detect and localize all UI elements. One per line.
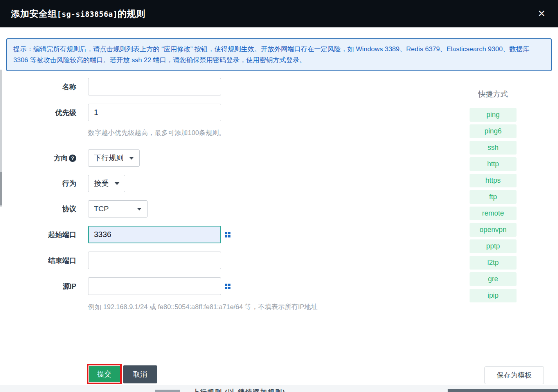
background-fragment-bar (155, 390, 180, 392)
port-picker-icon[interactable] (225, 232, 230, 237)
security-group-id: [sg-si83856a] (57, 10, 118, 18)
submit-button[interactable]: 提交 (89, 366, 120, 382)
dialog-title: 添加安全组[sg-si83856a]的规则 (11, 8, 145, 20)
shortcut-ipip[interactable]: ipip (470, 289, 517, 302)
chevron-down-icon (115, 182, 119, 185)
source-ip-input[interactable] (88, 277, 221, 295)
rule-form: 名称 优先级 数字越小优先级越高，最多可添加100条规则。 方向? 下行规则 行… (0, 78, 454, 311)
action-select[interactable]: 接受 (88, 175, 125, 192)
protocol-select[interactable]: TCP (88, 200, 148, 218)
shortcut-openvpn[interactable]: openvpn (470, 223, 517, 237)
port-end-row: 结束端口 (0, 252, 454, 269)
protocol-value: TCP (94, 205, 109, 213)
chevron-down-icon (137, 208, 142, 210)
source-ip-label: 源IP (0, 282, 76, 291)
dialog-header: 添加安全组[sg-si83856a]的规则 ✕ (0, 0, 558, 27)
direction-select[interactable]: 下行规则 (88, 149, 140, 167)
source-ip-row: 源IP (0, 277, 454, 295)
port-end-input[interactable] (88, 252, 221, 269)
direction-row: 方向? 下行规则 (0, 149, 454, 167)
close-icon[interactable]: ✕ (535, 7, 549, 20)
submit-highlight-box: 提交 (87, 364, 122, 384)
action-row: 行为 接受 (0, 175, 454, 192)
name-row: 名称 (0, 78, 454, 95)
name-label: 名称 (0, 82, 76, 92)
save-as-template-button[interactable]: 保存为模板 (484, 366, 544, 384)
source-ip-hint: 例如 192.168.9.1/24 或 fe80::5054:a8ff:fe81… (88, 303, 454, 311)
shortcuts-panel: 快捷方式 ping ping6 ssh http https ftp remot… (470, 89, 517, 305)
port-start-input[interactable]: 3336 (88, 226, 221, 243)
protocol-label: 协议 (0, 204, 76, 214)
port-start-label: 起始端口 (0, 230, 76, 239)
background-fragment-bar (448, 389, 558, 392)
shortcut-pptp[interactable]: pptp (470, 239, 517, 253)
direction-label: 方向? (0, 153, 76, 163)
direction-value: 下行规则 (94, 153, 124, 163)
port-end-label: 结束端口 (0, 256, 76, 265)
port-start-value: 3336 (94, 230, 112, 239)
priority-hint: 数字越小优先级越高，最多可添加100条规则。 (88, 129, 454, 137)
cancel-button[interactable]: 取消 (123, 365, 157, 383)
shortcut-l2tp[interactable]: l2tp (470, 256, 517, 270)
priority-input[interactable] (88, 104, 221, 121)
scrollbar-thumb[interactable] (0, 172, 2, 205)
action-value: 接受 (94, 178, 109, 189)
shortcut-ping6[interactable]: ping6 (470, 124, 517, 138)
name-input[interactable] (88, 78, 221, 95)
priority-label: 优先级 (0, 108, 76, 117)
shortcut-ping[interactable]: ping (470, 108, 517, 122)
protocol-row: 协议 TCP (0, 200, 454, 218)
background-page-strip: 上行规则 (以 继续添加规则) (0, 385, 558, 392)
chevron-down-icon (129, 157, 134, 160)
port-start-row: 起始端口 3336 (0, 226, 454, 243)
action-label: 行为 (0, 179, 76, 188)
shortcuts-title: 快捷方式 (470, 89, 517, 99)
shortcut-https[interactable]: https (470, 174, 517, 187)
shortcut-gre[interactable]: gre (470, 272, 517, 286)
clipped-background-text: 上行规则 (以 继续添加规则) (193, 388, 286, 392)
text-cursor (112, 230, 113, 239)
shortcut-ftp[interactable]: ftp (470, 190, 517, 204)
ip-picker-icon[interactable] (225, 284, 230, 289)
priority-row: 优先级 (0, 104, 454, 121)
page-scrollbar[interactable] (0, 70, 2, 207)
dialog-title-prefix: 添加安全组 (11, 9, 57, 19)
shortcut-http[interactable]: http (470, 157, 517, 171)
shortcut-ssh[interactable]: ssh (470, 141, 517, 155)
help-icon[interactable]: ? (69, 155, 76, 162)
dialog-title-suffix: 的规则 (118, 9, 146, 19)
alert-banner: 提示：编辑完所有规则后，请点击规则列表上方的 “应用修改” 按钮，使得规则生效。… (6, 38, 552, 71)
shortcut-remote[interactable]: remote (470, 207, 517, 220)
